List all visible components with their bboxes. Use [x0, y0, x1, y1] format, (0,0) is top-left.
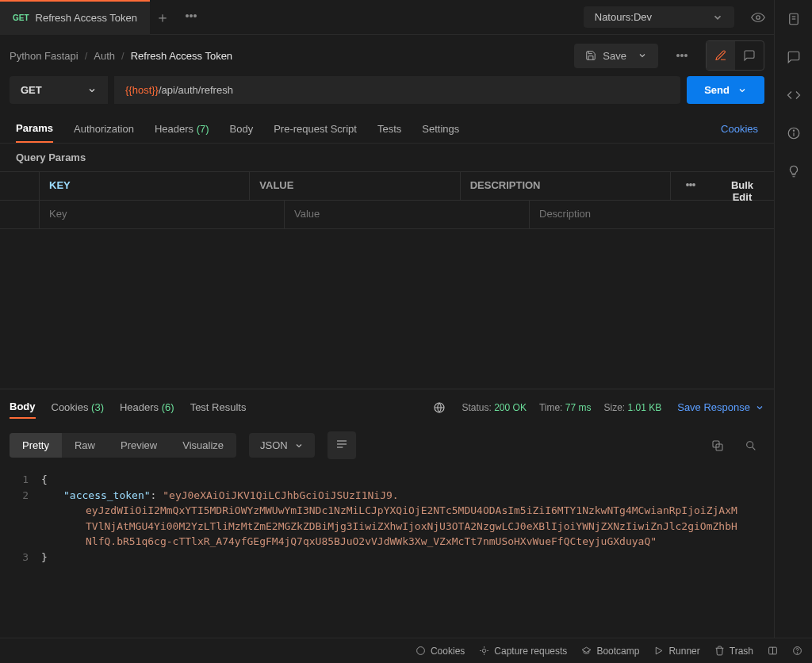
comment-mode-button[interactable]: [735, 41, 764, 70]
new-tab-button[interactable]: ＋: [150, 5, 175, 30]
breadcrumb-folder[interactable]: Auth: [94, 50, 115, 62]
environment-name: Natours:Dev: [595, 11, 652, 23]
param-key-input[interactable]: [49, 208, 274, 220]
svg-point-23: [793, 130, 794, 131]
col-value: VALUE: [250, 172, 460, 200]
status-trash[interactable]: Trash: [714, 646, 753, 657]
svg-point-3: [756, 15, 760, 19]
svg-point-16: [747, 441, 753, 447]
response-tab-body[interactable]: Body: [10, 396, 36, 419]
tab-overflow-button[interactable]: [175, 10, 207, 25]
svg-point-24: [417, 647, 425, 655]
url-path: /api/auth/refresh: [159, 84, 233, 96]
info-icon[interactable]: [784, 124, 803, 143]
col-description: DESCRIPTION: [461, 172, 671, 200]
url-variable: {{host}}: [125, 84, 159, 96]
response-status: Status: 200 OK Time: 77 ms Size: 1.01 KB: [462, 402, 661, 413]
svg-point-0: [186, 15, 188, 17]
breadcrumb-collection[interactable]: Python Fastapi: [10, 50, 79, 62]
svg-point-5: [681, 55, 683, 56]
copy-response-button[interactable]: [704, 432, 731, 459]
response-tab-headers[interactable]: Headers (6): [120, 397, 174, 418]
query-params-label: Query Params: [0, 144, 774, 171]
svg-point-25: [483, 649, 486, 652]
edit-mode-button[interactable]: [707, 41, 735, 70]
params-more-button[interactable]: [671, 172, 710, 200]
format-preview[interactable]: Preview: [108, 433, 170, 458]
response-tab-cookies[interactable]: Cookies (3): [52, 397, 104, 418]
tab-headers[interactable]: Headers (7): [155, 116, 209, 142]
bulb-icon[interactable]: [784, 162, 803, 181]
url-input[interactable]: {{host}}/api/auth/refresh: [114, 76, 680, 104]
code-icon[interactable]: [784, 86, 803, 105]
globe-icon: [433, 401, 446, 414]
response-body[interactable]: 1{ 2"access_token": "eyJ0eXAiOiJKV1QiLCJ…: [0, 466, 774, 638]
tab-method: GET: [13, 13, 29, 22]
response-tab-test-results[interactable]: Test Results: [190, 397, 247, 418]
more-actions-button[interactable]: [668, 41, 696, 70]
tab-body[interactable]: Body: [230, 116, 254, 142]
svg-point-6: [685, 55, 687, 56]
svg-point-8: [690, 184, 691, 186]
format-visualize[interactable]: Visualize: [170, 433, 236, 458]
svg-point-1: [190, 15, 192, 17]
tab-authorization[interactable]: Authorization: [74, 116, 134, 142]
tab-params[interactable]: Params: [16, 115, 53, 143]
comments-icon[interactable]: [784, 48, 803, 67]
breadcrumb: Python Fastapi / Auth / Refresh Access T…: [10, 50, 232, 62]
method-select[interactable]: GET: [10, 76, 108, 104]
svg-point-2: [194, 15, 196, 17]
status-panes[interactable]: [768, 646, 778, 656]
param-value-input[interactable]: [294, 208, 519, 220]
tab-title: Refresh Access Token: [36, 12, 137, 24]
save-button[interactable]: Save: [574, 44, 658, 68]
params-table: KEY VALUE DESCRIPTION Bulk Edit: [0, 171, 774, 229]
format-raw[interactable]: Raw: [62, 433, 108, 458]
status-bootcamp[interactable]: Bootcamp: [581, 646, 639, 657]
breadcrumb-request: Refresh Access Token: [131, 50, 232, 62]
param-desc-input[interactable]: [539, 208, 764, 220]
svg-point-30: [797, 653, 798, 653]
request-tab[interactable]: GET Refresh Access Token: [0, 0, 150, 35]
svg-marker-26: [657, 647, 663, 654]
status-runner[interactable]: Runner: [653, 646, 699, 657]
col-key: KEY: [40, 172, 250, 200]
svg-point-7: [687, 184, 688, 186]
cookies-link[interactable]: Cookies: [721, 123, 758, 135]
search-response-button[interactable]: [737, 432, 764, 459]
status-capture[interactable]: Capture requests: [479, 646, 567, 657]
environment-quicklook-button[interactable]: [742, 10, 774, 25]
bulk-edit-button[interactable]: Bulk Edit: [710, 172, 774, 200]
tab-tests[interactable]: Tests: [377, 116, 401, 142]
save-response-button[interactable]: Save Response: [677, 401, 764, 413]
status-cookies[interactable]: Cookies: [416, 646, 465, 657]
send-button[interactable]: Send: [687, 76, 764, 104]
svg-point-4: [677, 55, 679, 56]
wrap-lines-button[interactable]: [327, 431, 356, 459]
svg-point-9: [693, 184, 695, 186]
tab-settings[interactable]: Settings: [422, 116, 459, 142]
tab-prerequest[interactable]: Pre-request Script: [274, 116, 357, 142]
status-help[interactable]: [792, 646, 802, 656]
docs-icon[interactable]: [784, 10, 803, 29]
response-type-select[interactable]: JSON: [249, 433, 315, 458]
environment-picker[interactable]: Natours:Dev: [584, 6, 734, 28]
svg-line-17: [753, 446, 756, 450]
format-pretty[interactable]: Pretty: [10, 433, 62, 458]
